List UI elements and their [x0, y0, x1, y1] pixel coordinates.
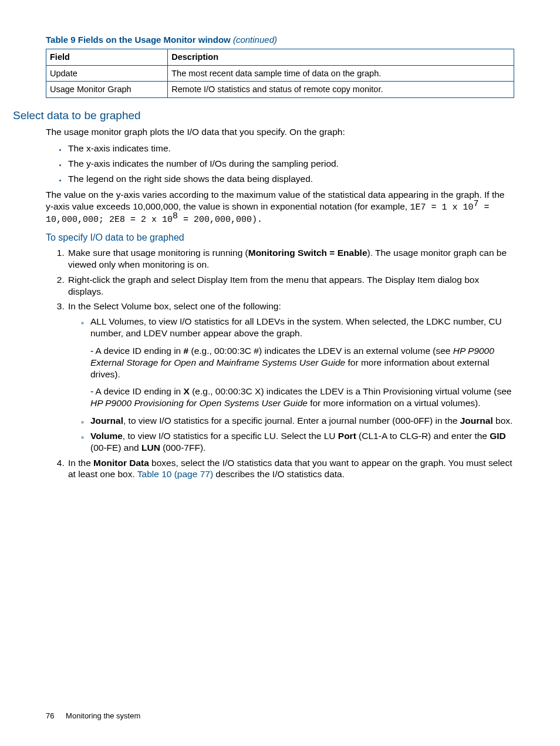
- intro-paragraph: The usage monitor graph plots the I/O da…: [46, 126, 514, 138]
- bold-text: Port: [338, 431, 356, 441]
- bold-text: Monitor Data: [93, 458, 149, 468]
- bold-text: Journal: [460, 416, 493, 426]
- bold-text: GID: [490, 431, 506, 441]
- step-item: Make sure that usage monitoring is runni…: [67, 247, 514, 271]
- subheading: To specify I/O data to be graphed: [46, 232, 514, 244]
- bold-text: Monitoring Switch = Enable: [248, 248, 367, 258]
- list-item: The legend on the right side shows the d…: [67, 173, 514, 185]
- text: describes the I/O statistics data.: [213, 469, 345, 479]
- cell-desc: Remote I/O statistics and status of remo…: [168, 82, 514, 98]
- section-heading: Select data to be graphed: [13, 109, 514, 123]
- fields-table: Field Description Update The most recent…: [46, 49, 514, 98]
- col-header-description: Description: [168, 49, 514, 66]
- step-item: Right-click the graph and select Display…: [67, 274, 514, 298]
- table-caption-continued: (continued): [233, 35, 277, 45]
- note-paragraph: - A device ID ending in # (e.g., 00:00:3…: [90, 345, 514, 380]
- text: , to view I/O statistics for a specific …: [123, 416, 460, 426]
- step-item: In the Monitor Data boxes, select the I/…: [67, 457, 514, 481]
- list-item: Volume, to view I/O statistics for a spe…: [89, 430, 514, 454]
- bold-text: #: [184, 346, 189, 356]
- yaxis-paragraph: The value on the y-axis varies according…: [46, 189, 514, 225]
- step-item: In the Select Volume box, select one of …: [67, 301, 514, 453]
- text: ALL Volumes, to view I/O statistics for …: [90, 316, 502, 338]
- code-text: 1E7 = 1 x 10: [410, 202, 473, 212]
- italic-text: HP P9000 Provisioning for Open Systems U…: [90, 398, 308, 408]
- steps-list: Make sure that usage monitoring is runni…: [46, 247, 514, 480]
- text: - A device ID ending in: [90, 346, 184, 356]
- text: box.: [493, 416, 513, 426]
- note-paragraph: - A device ID ending in X (e.g., 00:00:3…: [90, 386, 514, 409]
- text: , to view I/O statistics for a specific …: [123, 431, 338, 441]
- text: In the Select Volume box, select one of …: [68, 301, 281, 311]
- page-footer: 76 Monitoring the system: [46, 711, 140, 721]
- bold-text: X: [184, 386, 190, 396]
- text: (000-7FF).: [160, 443, 206, 453]
- list-item: The y-axis indicates the number of I/Os …: [67, 158, 514, 170]
- code-text: = 200,000,000).: [178, 215, 262, 225]
- table-caption-main: Table 9 Fields on the Usage Monitor wind…: [46, 35, 231, 45]
- list-item: ALL Volumes, to view I/O statistics for …: [89, 316, 514, 409]
- bold-text: Volume: [90, 431, 123, 441]
- list-item: Journal, to view I/O statistics for a sp…: [89, 415, 514, 427]
- footer-title: Monitoring the system: [66, 711, 140, 720]
- text: (00-FE) and: [90, 443, 141, 453]
- text: (e.g., 00:00:3C X) indicates the LDEV is…: [190, 386, 512, 396]
- page-number: 76: [46, 711, 54, 720]
- text: (CL1-A to CLG-R) and enter the: [356, 431, 490, 441]
- table-row: Update The most recent data sample time …: [46, 65, 514, 82]
- table-10-link[interactable]: Table 10 (page 77): [137, 469, 213, 479]
- text: (e.g., 00:00:3C #) indicates the LDEV is…: [188, 346, 453, 356]
- cell-desc: The most recent data sample time of data…: [168, 65, 514, 82]
- text: Make sure that usage monitoring is runni…: [68, 248, 248, 258]
- text: - A device ID ending in: [90, 386, 184, 396]
- text: for more information on a virtual volume…: [308, 398, 481, 408]
- table-caption: Table 9 Fields on the Usage Monitor wind…: [46, 34, 514, 45]
- nested-list: ALL Volumes, to view I/O statistics for …: [68, 316, 514, 453]
- table-row: Usage Monitor Graph Remote I/O statistic…: [46, 82, 514, 98]
- text: In the: [68, 458, 93, 468]
- axes-list: The x-axis indicates time. The y-axis in…: [46, 143, 514, 184]
- cell-field: Usage Monitor Graph: [46, 82, 168, 98]
- list-item: The x-axis indicates time.: [67, 143, 514, 154]
- cell-field: Update: [46, 65, 168, 82]
- bold-text: LUN: [141, 443, 160, 453]
- col-header-field: Field: [46, 49, 168, 66]
- superscript: 8: [173, 211, 178, 221]
- bold-text: Journal: [90, 416, 123, 426]
